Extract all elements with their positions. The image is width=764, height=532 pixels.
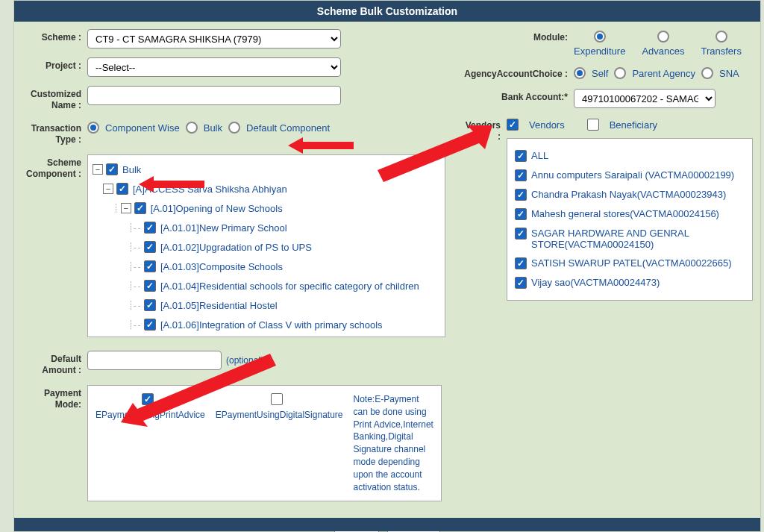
vendor-check[interactable] — [515, 208, 527, 220]
beneficiary-checkbox[interactable] — [587, 119, 599, 131]
optional-hint: (optional) — [226, 355, 263, 366]
agency-parent-label: Parent Agency — [632, 68, 695, 79]
tree-branch-icon: ┊-- — [128, 242, 141, 252]
vendor-check[interactable] — [515, 169, 527, 181]
txn-default-label: Default Component — [246, 122, 330, 134]
tree-check[interactable] — [144, 222, 156, 234]
footer-bar — [14, 518, 760, 531]
tree-node[interactable]: [A.01.01]New Primary School — [160, 222, 287, 234]
window-title: Scheme Bulk Customization — [14, 1, 760, 22]
scheme-label: Scheme : — [20, 29, 87, 43]
txn-bulk-label: Bulk — [204, 122, 222, 134]
agency-sna-label: SNA — [719, 68, 739, 79]
tree-branch-icon: ┊-- — [128, 262, 141, 272]
tree-check[interactable] — [144, 260, 156, 272]
module-label: Module: — [462, 29, 574, 43]
vendor-item[interactable]: SATISH SWARUP PATEL(VACTMA00022665) — [531, 257, 732, 269]
tree-node[interactable]: [A.01]Opening of New Schools — [151, 203, 283, 214]
vendor-item[interactable]: Annu computers Saraipali (VACTMA00002199… — [531, 169, 734, 181]
agency-self-label: Self — [592, 68, 608, 79]
vendor-item[interactable]: SAGAR HARDWARE AND GENRAL STORE(VACTMA00… — [531, 228, 743, 250]
tree-node[interactable]: [A.01.06]Integration of Class V with pri… — [160, 319, 383, 331]
tree-node[interactable]: [A.01.02]Upgradation of PS to UPS — [160, 242, 312, 253]
tree-collapse-icon[interactable]: − — [121, 203, 131, 213]
component-tree[interactable]: − Bulk − [A]ACCESS Sarva Shiksha Abhiyan… — [87, 154, 445, 337]
payment-mode-panel: EPaymentUsingPrintAdvice EPaymentUsingDi… — [87, 385, 442, 501]
agency-radio-parent[interactable] — [614, 67, 626, 79]
vendor-check-all[interactable] — [515, 150, 527, 162]
tree-branch-icon: ┊ — [113, 204, 118, 213]
payment-note: Note:E-Payment can be done using Print A… — [354, 393, 434, 493]
tree-node[interactable]: [A.01.03]Composite Schools — [160, 261, 283, 272]
tree-node[interactable]: [A.01.04]Residential schools for specifi… — [160, 281, 419, 292]
tree-branch-icon: ┊-- — [128, 301, 141, 310]
tree-branch-icon: ┊-- — [128, 281, 141, 291]
agency-label: AgencyAccountChoice : — [462, 66, 574, 80]
vendor-check[interactable] — [515, 189, 527, 201]
tree-check[interactable] — [134, 202, 146, 214]
default-amount-input[interactable] — [87, 351, 222, 370]
agency-radio-sna[interactable] — [701, 67, 713, 79]
tree-check[interactable] — [144, 280, 156, 292]
vendor-check[interactable] — [515, 257, 527, 269]
paymode-digital-checkbox[interactable] — [271, 393, 283, 405]
vendor-all[interactable]: ALL — [531, 150, 548, 161]
tree-branch-icon: ┊-- — [128, 320, 141, 330]
tree-check[interactable] — [144, 241, 156, 253]
vendor-item[interactable]: Vijay sao(VACTMA00024473) — [531, 277, 660, 288]
tree-collapse-icon[interactable]: − — [93, 164, 103, 175]
paymode-digital-label: EPaymentUsingDigitalSignature — [216, 410, 343, 420]
module-radio-advances[interactable] — [657, 31, 669, 43]
tree-node[interactable]: [A.01.05]Residential Hostel — [160, 300, 278, 311]
module-radio-expenditure[interactable] — [594, 31, 606, 43]
vendor-item[interactable]: Mahesh general stores(VACTMA00024156) — [531, 208, 719, 219]
txn-radio-component[interactable] — [87, 122, 99, 134]
project-select[interactable]: --Select-- — [87, 57, 341, 77]
vendor-check[interactable] — [515, 277, 527, 289]
agency-radio-self[interactable] — [574, 67, 586, 79]
module-adv-label: Advances — [642, 46, 684, 57]
module-exp-label: Expenditure — [574, 46, 625, 57]
module-radio-transfers[interactable] — [716, 31, 727, 43]
txn-type-label: Transaction Type : — [20, 120, 87, 145]
vendor-item[interactable]: Chandra Prakash Nayak(VACTMA00023943) — [531, 189, 726, 200]
vendors-label: Vendors : — [462, 117, 507, 143]
tree-node[interactable]: Bulk — [122, 164, 141, 175]
txn-component-label: Component Wise — [105, 122, 180, 134]
vendors-checkbox[interactable] — [507, 119, 519, 131]
bank-account-select[interactable]: 49710100067202 - SAMAG — [574, 89, 716, 108]
tree-branch-icon: ┊-- — [128, 223, 141, 233]
scheme-select[interactable]: CT9 - CT SAMAGRA SHIKSHA (7979) — [87, 29, 341, 48]
vendor-list-panel: ALL Annu computers Saraipali (VACTMA0000… — [507, 138, 753, 301]
bank-label: Bank Account:* — [462, 89, 574, 103]
txn-radio-default[interactable] — [228, 122, 240, 134]
custom-name-label: Customized Name : — [20, 86, 87, 111]
tree-check[interactable] — [144, 299, 156, 311]
tree-check[interactable] — [144, 319, 156, 331]
project-label: Project : — [20, 57, 87, 72]
custom-name-input[interactable] — [87, 86, 341, 105]
default-amount-label: Default Amount : — [20, 351, 87, 376]
tree-collapse-icon[interactable]: − — [103, 184, 113, 194]
vendor-check[interactable] — [515, 228, 527, 240]
tree-check[interactable] — [116, 183, 128, 195]
tree-node[interactable]: [A]ACCESS Sarva Shiksha Abhiyan — [133, 184, 287, 195]
payment-mode-label: Payment Mode: — [20, 385, 87, 410]
paymode-print-label: EPaymentUsingPrintAdvice — [96, 410, 205, 420]
paymode-print-checkbox[interactable] — [142, 393, 154, 405]
beneficiary-chk-label: Beneficiary — [610, 119, 657, 131]
vendors-chk-label: Vendors — [529, 119, 565, 131]
scheme-component-label: Scheme Component : — [20, 154, 87, 180]
tree-check-bulk[interactable] — [106, 163, 118, 175]
module-tra-label: Transfers — [701, 46, 741, 57]
txn-radio-bulk[interactable] — [186, 122, 198, 134]
